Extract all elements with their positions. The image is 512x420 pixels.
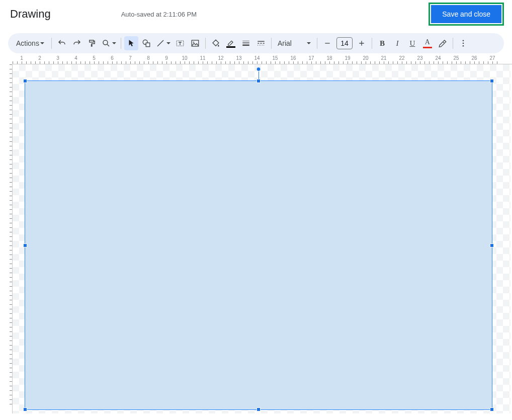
separator	[453, 38, 453, 49]
undo-icon	[57, 39, 66, 48]
italic-button[interactable]: I	[390, 36, 404, 50]
redo-button[interactable]	[70, 36, 84, 50]
textbox-button[interactable]	[173, 36, 187, 50]
border-color-button[interactable]	[224, 36, 238, 50]
image-button[interactable]	[188, 36, 202, 50]
minus-icon	[323, 39, 331, 47]
separator	[205, 38, 206, 49]
resize-handle-bottom-right[interactable]	[490, 407, 494, 411]
underline-button[interactable]: U	[405, 36, 419, 50]
svg-point-7	[463, 43, 464, 44]
toolbar: Actions	[8, 33, 504, 53]
textbox-icon	[176, 39, 185, 48]
underline-label: U	[410, 39, 415, 48]
font-family-menu[interactable]: Arial	[275, 36, 314, 50]
line-icon	[156, 39, 165, 48]
paint-roller-icon	[88, 39, 97, 48]
header: Drawing Auto-saved at 2:11:06 PM Save an…	[0, 0, 512, 28]
bold-button[interactable]: B	[375, 36, 389, 50]
horizontal-ruler: 1234567891011121314151617181920212223242…	[13, 55, 512, 64]
select-tool[interactable]	[124, 36, 138, 50]
more-options-button[interactable]	[456, 36, 470, 50]
vertical-ruler	[3, 64, 13, 413]
resize-handle-left[interactable]	[23, 243, 27, 247]
undo-button[interactable]	[55, 36, 69, 50]
zoom-icon	[102, 39, 111, 48]
shapes-icon	[142, 39, 151, 48]
selected-rectangle-shape[interactable]	[25, 80, 492, 410]
plus-icon	[358, 39, 366, 47]
paint-format-button[interactable]	[85, 36, 99, 50]
caret-down-icon	[166, 42, 170, 44]
workspace: 1234567891011121314151617181920212223242…	[3, 55, 512, 413]
text-color-button[interactable]: A	[420, 36, 435, 50]
image-icon	[191, 39, 200, 48]
app-title: Drawing	[10, 8, 51, 21]
actions-menu[interactable]: Actions	[12, 36, 48, 50]
line-weight-icon	[241, 39, 250, 48]
separator	[317, 38, 317, 49]
fill-icon	[211, 39, 220, 48]
more-vertical-icon	[459, 39, 468, 48]
save-and-close-button[interactable]: Save and close	[431, 5, 501, 23]
text-color-label: A	[425, 38, 430, 46]
fill-color-button[interactable]	[209, 36, 223, 50]
separator	[372, 38, 372, 49]
resize-handle-top[interactable]	[257, 79, 261, 83]
caret-down-icon	[307, 42, 311, 44]
svg-point-8	[463, 45, 464, 47]
zoom-menu[interactable]	[100, 36, 118, 50]
border-dash-button[interactable]	[254, 36, 268, 50]
svg-rect-2	[146, 43, 150, 47]
svg-point-5	[193, 42, 194, 43]
actions-label: Actions	[16, 39, 39, 47]
shape-menu[interactable]	[139, 36, 153, 50]
caret-down-icon	[40, 42, 44, 44]
redo-icon	[72, 39, 81, 48]
svg-rect-4	[192, 40, 199, 46]
separator	[271, 38, 272, 49]
resize-handle-top-left[interactable]	[23, 79, 27, 83]
highlight-color-button[interactable]	[436, 36, 450, 50]
save-button-highlight: Save and close	[429, 3, 504, 26]
highlighter-icon	[438, 39, 447, 48]
font-size-input[interactable]: 14	[336, 37, 353, 49]
resize-handle-top-right[interactable]	[490, 79, 494, 83]
font-name-label: Arial	[278, 39, 292, 47]
pencil-icon	[227, 39, 235, 46]
line-dash-icon	[257, 39, 266, 48]
caret-down-icon	[112, 42, 116, 44]
border-weight-button[interactable]	[239, 36, 253, 50]
separator	[121, 38, 121, 49]
text-color-swatch	[423, 47, 432, 48]
increase-font-size-button[interactable]	[355, 36, 369, 50]
decrease-font-size-button[interactable]	[320, 36, 334, 50]
drawing-canvas[interactable]	[13, 64, 510, 413]
svg-point-0	[103, 40, 108, 45]
cursor-icon	[127, 39, 136, 48]
rotation-handle[interactable]	[257, 67, 261, 71]
resize-handle-right[interactable]	[490, 243, 494, 247]
resize-handle-bottom[interactable]	[257, 407, 261, 411]
line-menu[interactable]	[154, 36, 172, 50]
svg-point-6	[463, 40, 464, 41]
separator	[51, 38, 52, 49]
autosave-status: Auto-saved at 2:11:06 PM	[121, 11, 197, 18]
resize-handle-bottom-left[interactable]	[23, 407, 27, 411]
border-color-swatch	[226, 46, 235, 48]
